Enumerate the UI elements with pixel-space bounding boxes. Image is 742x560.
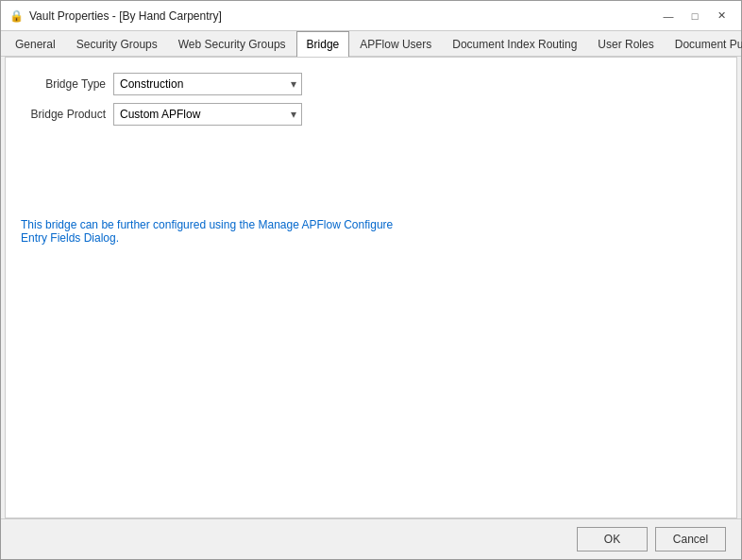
tab-user-roles[interactable]: User Roles	[587, 31, 664, 57]
bridge-product-select[interactable]: Custom APFlow Standard APFlow	[113, 103, 302, 126]
tab-web-security-groups[interactable]: Web Security Groups	[168, 31, 296, 57]
tab-bridge[interactable]: Bridge	[296, 31, 350, 57]
tab-document-index-routing[interactable]: Document Index Routing	[442, 31, 587, 57]
tab-security-groups[interactable]: Security Groups	[66, 31, 168, 57]
bridge-type-select-wrapper: Construction Standard Custom	[113, 73, 302, 95]
tab-bar: General Security Groups Web Security Gro…	[1, 31, 741, 57]
maximize-button[interactable]: □	[683, 7, 707, 25]
ok-button[interactable]: OK	[577, 527, 648, 552]
bridge-product-select-wrapper: Custom APFlow Standard APFlow	[113, 103, 302, 126]
window-icon: 🔒	[8, 8, 24, 24]
bridge-type-row: Bridge Type Construction Standard Custom	[21, 73, 721, 95]
minimize-button[interactable]: —	[656, 7, 681, 25]
info-line2: Entry Fields Dialog.	[21, 231, 119, 245]
close-button[interactable]: ✕	[709, 7, 734, 25]
footer: OK Cancel	[1, 518, 741, 559]
bridge-type-label: Bridge Type	[21, 77, 106, 91]
info-link[interactable]: This bridge can be further configured us…	[21, 218, 393, 245]
tab-apflow-users[interactable]: APFlow Users	[349, 31, 442, 57]
bridge-product-row: Bridge Product Custom APFlow Standard AP…	[21, 103, 721, 126]
main-window: 🔒 Vault Properties - [By Hand Carpentry]…	[0, 0, 742, 560]
title-bar: 🔒 Vault Properties - [By Hand Carpentry]…	[1, 1, 741, 31]
window-controls: — □ ✕	[656, 7, 734, 25]
tab-document-publishing[interactable]: Document Publishing	[665, 31, 742, 57]
cancel-button[interactable]: Cancel	[655, 527, 726, 552]
info-line1: This bridge can be further configured us…	[21, 218, 393, 231]
bridge-product-label: Bridge Product	[21, 108, 106, 121]
window-title: Vault Properties - [By Hand Carpentry]	[29, 9, 656, 23]
tab-general[interactable]: General	[5, 31, 66, 57]
content-area: Bridge Type Construction Standard Custom…	[5, 57, 737, 518]
info-section: This bridge can be further configured us…	[21, 211, 721, 252]
bridge-type-select[interactable]: Construction Standard Custom	[113, 73, 302, 95]
